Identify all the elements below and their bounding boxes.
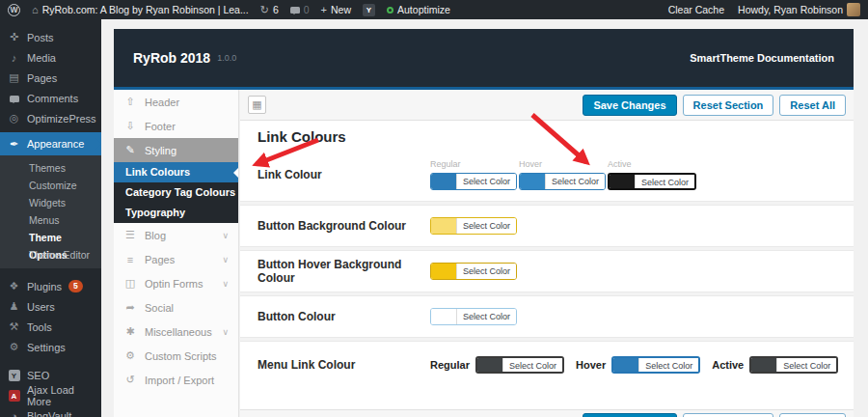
color-picker-button-colour[interactable]: Select Color: [430, 308, 517, 325]
comments-icon: [290, 7, 300, 14]
submenu-item-widgets[interactable]: Widgets: [0, 194, 101, 211]
sidebar-item-pages[interactable]: ▤ Pages: [0, 68, 101, 88]
chevron-down-icon: ∨: [222, 327, 229, 337]
state-caption-regular: Regular: [430, 359, 470, 371]
reset-section-button-bottom[interactable]: Reset Section: [683, 413, 774, 417]
account-menu[interactable]: Howdy, Ryan Robinson: [738, 3, 860, 16]
clear-cache-link[interactable]: Clear Cache: [668, 4, 724, 15]
options-tab-blog[interactable]: ☰ Blog ∨: [114, 223, 238, 247]
site-title-link[interactable]: ⌂ RyRob.com: A Blog by Ryan Robinson | L…: [32, 4, 249, 15]
wordpress-admin-screen: W ⌂ RyRob.com: A Blog by Ryan Robinson |…: [0, 0, 868, 417]
layout-toggle-button[interactable]: ▦: [248, 96, 266, 114]
chevron-down-icon: ∨: [222, 231, 229, 240]
settings-toolbar: ▦ Save Changes Reset Section Reset All: [240, 90, 854, 121]
submenu-item-theme-options[interactable]: Theme Options: [0, 229, 101, 246]
new-label: New: [331, 4, 351, 15]
save-changes-button[interactable]: Save Changes: [583, 95, 676, 116]
media-icon: ♪: [8, 52, 20, 64]
options-subtab-typography[interactable]: Typography: [114, 203, 238, 223]
new-content-link[interactable]: + New: [321, 4, 351, 15]
site-title: RyRob.com: A Blog by Ryan Robinson | Lea…: [42, 4, 249, 15]
setting-label: Button Background Colour: [258, 219, 430, 233]
setting-label: Menu Link Colour: [258, 358, 430, 372]
share-icon: ➦: [123, 301, 137, 314]
settings-area: ▦ Save Changes Reset Section Reset All L…: [240, 90, 854, 417]
wordpress-logo-icon[interactable]: W: [8, 4, 20, 16]
admin-sidebar: ✜ Posts ♪ Media ▤ Pages Comments ◎ Optim…: [0, 19, 101, 417]
comments-link[interactable]: 0: [290, 4, 310, 15]
color-swatch: [431, 264, 456, 279]
lines-icon: ≡: [123, 254, 137, 265]
plugins-update-badge: 5: [68, 280, 83, 292]
submenu-item-themes[interactable]: Themes: [0, 159, 101, 177]
sidebar-item-users[interactable]: ♟ Users: [0, 296, 101, 317]
arrow-down-icon: ⇩: [123, 120, 137, 132]
color-picker-button-hover-background[interactable]: Select Color: [430, 263, 517, 280]
documentation-link[interactable]: SmartTheme Documentation: [690, 52, 834, 64]
user-icon: ♟: [8, 300, 20, 313]
home-icon: ⌂: [32, 4, 39, 15]
sidebar-item-appearance[interactable]: ✒ Appearance: [0, 132, 101, 155]
autoptimize-status-icon: [387, 7, 393, 14]
sidebar-item-optimizepress[interactable]: ◎ OptimizePress: [0, 108, 101, 128]
sidebar-item-settings[interactable]: ⚙ Settings: [0, 337, 101, 357]
sidebar-item-seo[interactable]: Y SEO: [0, 365, 101, 385]
sidebar-item-plugins[interactable]: ❖ Plugins 5: [0, 276, 101, 296]
asterisk-icon: ✱: [123, 325, 137, 338]
color-swatch: [431, 174, 456, 189]
sidebar-item-blogvault[interactable]: ◔ BlogVault: [0, 405, 101, 417]
panel-accent-line: [114, 87, 854, 90]
gear-icon: ⚙: [8, 341, 20, 353]
color-picker-menu-hover[interactable]: Select Color: [611, 356, 700, 374]
setting-label: Button Colour: [258, 310, 430, 323]
setting-row-button-hover-background: Button Hover Background Colour Select Co…: [240, 251, 854, 292]
optimizepress-icon: ◎: [8, 112, 20, 125]
options-tab-pages[interactable]: ≡ Pages ∨: [114, 247, 238, 271]
admin-bar-right: Clear Cache Howdy, Ryan Robinson: [668, 3, 860, 16]
autoptimize-link[interactable]: Autoptimize: [387, 4, 450, 15]
color-swatch: [431, 309, 456, 324]
submenu-item-customize[interactable]: Customize: [0, 177, 101, 194]
wrench-icon: ⚒: [8, 320, 20, 333]
sidebar-item-media[interactable]: ♪ Media: [0, 47, 101, 68]
color-picker-link-regular[interactable]: Select Color: [430, 173, 517, 190]
color-picker-button-background[interactable]: Select Color: [430, 217, 517, 235]
theme-options-menu: ⇧ Header ⇩ Footer ✎ Styling Link Colours…: [114, 90, 239, 417]
options-tab-header[interactable]: ⇧ Header: [114, 90, 238, 114]
reset-all-button[interactable]: Reset All: [779, 95, 846, 116]
ajax-load-more-icon: A: [8, 389, 20, 403]
color-picker-link-hover[interactable]: Select Color: [519, 173, 606, 190]
color-picker-menu-regular[interactable]: Select Color: [475, 356, 564, 374]
sidebar-item-tools[interactable]: ⚒ Tools: [0, 317, 101, 337]
submenu-item-theme-editor[interactable]: Theme Editor: [0, 246, 101, 264]
yoast-seo-icon[interactable]: Y: [363, 4, 375, 16]
plus-icon: +: [321, 4, 327, 15]
submenu-item-menus[interactable]: Menus: [0, 211, 101, 229]
reset-all-button-bottom[interactable]: Reset All: [779, 413, 846, 417]
options-tab-styling[interactable]: ✎ Styling: [114, 138, 238, 162]
sidebar-item-posts[interactable]: ✜ Posts: [0, 27, 101, 47]
options-tab-import-export[interactable]: ↺ Import / Export: [114, 368, 238, 392]
state-caption-regular: Regular: [430, 159, 509, 169]
updates-link[interactable]: ↻ 6: [260, 4, 279, 16]
save-changes-button-bottom[interactable]: Save Changes: [583, 413, 676, 417]
setting-label: Button Hover Background Colour: [258, 258, 430, 285]
reset-section-button[interactable]: Reset Section: [683, 95, 774, 116]
chevron-down-icon: ∨: [222, 255, 229, 264]
options-tab-miscellaneous[interactable]: ✱ Miscellaneous ∨: [114, 320, 238, 344]
admin-bar-left: W ⌂ RyRob.com: A Blog by Ryan Robinson |…: [8, 4, 450, 16]
sidebar-item-ajax-load-more[interactable]: A Ajax Load More: [0, 385, 101, 405]
color-picker-link-active[interactable]: Select Color: [608, 173, 696, 190]
options-subtab-link-colours[interactable]: Link Colours: [114, 162, 238, 182]
options-tab-footer[interactable]: ⇩ Footer: [114, 114, 238, 138]
options-tab-custom-scripts[interactable]: ⚙ Custom Scripts: [114, 344, 238, 368]
color-swatch: [477, 358, 502, 372]
options-subtab-category-tag-colours[interactable]: Category Tag Colours: [114, 182, 238, 203]
color-picker-menu-active[interactable]: Select Color: [749, 356, 838, 374]
optin-form-icon: ◫: [123, 277, 137, 290]
options-tab-optin-forms[interactable]: ◫ Optin Forms ∨: [114, 271, 238, 295]
options-tab-social[interactable]: ➦ Social: [114, 295, 238, 320]
sidebar-item-comments[interactable]: Comments: [0, 88, 101, 108]
comments-count: 0: [304, 4, 310, 15]
color-swatch: [613, 358, 638, 372]
